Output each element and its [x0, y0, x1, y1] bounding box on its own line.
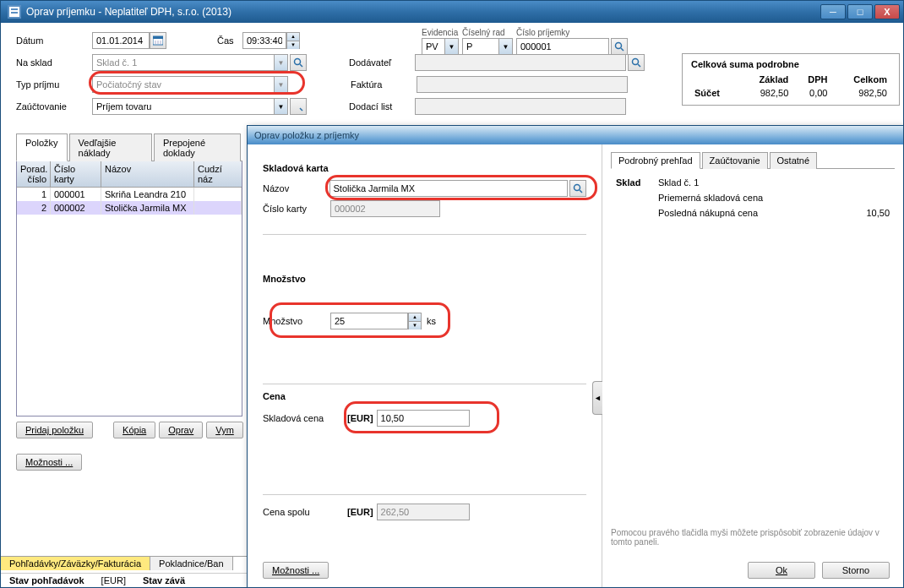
app-icon	[8, 5, 21, 19]
nazov-label: Názov	[263, 183, 329, 193]
svg-point-11	[295, 59, 301, 65]
subtab-zauctovanie[interactable]: Zaúčtovanie	[702, 152, 768, 169]
cisloprijemky-label: Číslo príjemky	[516, 28, 628, 37]
search-icon[interactable]	[569, 180, 586, 197]
chevron-down-icon: ▼	[274, 77, 287, 92]
search-icon[interactable]	[628, 54, 645, 71]
col-nazov[interactable]: Názov	[101, 161, 194, 187]
cena-title: Cena	[263, 391, 586, 401]
tab-polozky[interactable]: Položky	[16, 133, 68, 161]
cislokarty-label: Číslo karty	[263, 204, 330, 214]
currency-label: [EUR]	[347, 413, 373, 423]
stav-pohladavok: Stav pohľadávok	[9, 575, 84, 585]
search-icon[interactable]	[611, 38, 628, 55]
time-spinner[interactable]: ▲▼	[286, 32, 300, 49]
search-icon[interactable]	[290, 54, 307, 71]
chevron-down-icon: ▼	[274, 55, 287, 70]
cislokarty-input	[330, 200, 440, 217]
vymaz-button[interactable]: Vym	[206, 422, 243, 438]
mnozstvo-spinner[interactable]: ▲▼	[408, 313, 422, 329]
search-icon[interactable]	[290, 98, 307, 115]
pridaj-button[interactable]: Pridaj položku	[16, 422, 93, 438]
svg-line-14	[638, 64, 640, 67]
svg-rect-2	[11, 8, 18, 10]
skladcena-input[interactable]	[377, 410, 470, 427]
subtab-prehlad[interactable]: Podrobný prehľad	[611, 152, 700, 169]
currency-label: [EUR]	[347, 507, 373, 517]
sklad-value: Sklad č. 1	[658, 177, 699, 188]
posledna-label: Posledná nákupná cena	[658, 208, 798, 218]
cenaspolu-input	[377, 504, 470, 520]
grid-polozky: Porad. číslo Číslo karty Názov Cudzí náz…	[16, 161, 242, 416]
faktura-input[interactable]	[417, 76, 628, 93]
bottom-tab-pohladavky[interactable]: Pohľadávky/Záväzky/Fakturácia	[1, 557, 150, 570]
nasklad-combo[interactable]: Sklad č. 1▼	[92, 54, 288, 71]
sklad-label: Sklad	[616, 177, 658, 188]
sub-moznosti-button[interactable]: Možnosti ...	[263, 562, 329, 579]
close-button[interactable]: X	[874, 4, 900, 19]
stav-zava: Stav závä	[143, 575, 185, 585]
svg-line-18	[580, 190, 582, 193]
col-cislokarty[interactable]: Číslo karty	[51, 161, 101, 187]
typprijmu-combo[interactable]: Počiatočný stav▼	[92, 76, 288, 93]
cisloprijemky-input[interactable]	[516, 38, 609, 55]
cenaspolu-label: Cena spolu	[263, 507, 347, 517]
posledna-value: 10,50	[866, 208, 890, 218]
ciselnyrad-combo[interactable]: P▼	[462, 38, 513, 55]
typprijmu-label: Typ príjmu	[16, 79, 92, 90]
svg-rect-3	[11, 12, 18, 14]
minimize-button[interactable]: ─	[820, 4, 846, 19]
cas-label: Čas	[217, 35, 242, 46]
svg-line-16	[300, 108, 302, 111]
storno-button[interactable]: Storno	[822, 562, 890, 579]
tab-prepojene[interactable]: Prepojené doklady	[154, 133, 241, 161]
datum-label: Dátum	[16, 35, 92, 46]
evidencia-combo[interactable]: PV▼	[422, 38, 459, 55]
calendar-icon[interactable]	[150, 32, 166, 49]
evidencia-group: Evidencia PV▼ Číselný rad P▼ Číslo príje…	[422, 28, 628, 55]
faktura-label: Faktúra	[351, 79, 417, 90]
nazov-input[interactable]	[329, 180, 569, 197]
mnozstvo-input[interactable]	[330, 313, 408, 329]
col-cudzi[interactable]: Cudzí náz	[194, 161, 242, 187]
col-porad[interactable]: Porad. číslo	[17, 161, 51, 187]
moznosti-button[interactable]: Možnosti ...	[16, 454, 82, 471]
oprav-button[interactable]: Oprav	[159, 422, 203, 438]
mnozstvo-label: Množstvo	[263, 316, 330, 326]
tab-vedlajsie[interactable]: Vedľajšie náklady	[69, 133, 152, 161]
svg-line-5	[621, 48, 624, 51]
collapse-handle[interactable]: ◄	[592, 381, 602, 415]
main-tabs: Položky Vedľajšie náklady Prepojené dokl…	[16, 133, 242, 161]
svg-point-17	[575, 185, 580, 191]
chevron-down-icon: ▼	[274, 99, 287, 114]
unit-label: ks	[427, 316, 436, 326]
nasklad-label: Na sklad	[16, 57, 92, 68]
table-row[interactable]: 1 000001 Skriňa Leandra 210	[17, 188, 242, 201]
zauctovanie-label: Zaúčtovanie	[16, 101, 92, 112]
svg-point-13	[633, 59, 639, 65]
skladkarta-title: Skladová karta	[263, 163, 586, 173]
sub-dialog: Oprav položku z príjemky Skladová karta …	[247, 125, 904, 588]
svg-point-4	[616, 43, 622, 49]
ok-button[interactable]: Ok	[748, 562, 815, 579]
sub-titlebar: Oprav položku z príjemky	[248, 126, 903, 144]
chevron-down-icon: ▼	[498, 39, 512, 54]
chevron-down-icon: ▼	[444, 39, 458, 54]
cas-input[interactable]	[242, 32, 286, 49]
dodacilist-label: Dodací list	[349, 101, 415, 112]
dodavatel-input[interactable]	[415, 54, 626, 71]
svg-line-12	[300, 64, 302, 67]
bottom-tab-pokladnice[interactable]: Pokladnice/Ban	[150, 557, 232, 570]
window-title: Oprav príjemku - Neplatiteľ DPH, s.r.o. …	[26, 6, 820, 18]
datum-input[interactable]	[92, 32, 150, 49]
summary-title: Celková suma podrobne	[691, 59, 890, 69]
subtab-ostatne[interactable]: Ostatné	[770, 152, 818, 169]
table-row[interactable]: 2 000002 Stolička Jarmila MX	[17, 201, 242, 215]
maximize-button[interactable]: □	[847, 4, 873, 19]
kopia-button[interactable]: Kópia	[113, 422, 155, 438]
skladcena-label: Skladová cena	[263, 413, 347, 423]
dodavatel-label: Dodávateľ	[349, 57, 415, 68]
dodacilist-input[interactable]	[415, 98, 626, 115]
zauctovanie-combo[interactable]: Príjem tovaru▼	[92, 98, 288, 115]
ciselnyrad-label: Číselný rad	[462, 28, 513, 37]
